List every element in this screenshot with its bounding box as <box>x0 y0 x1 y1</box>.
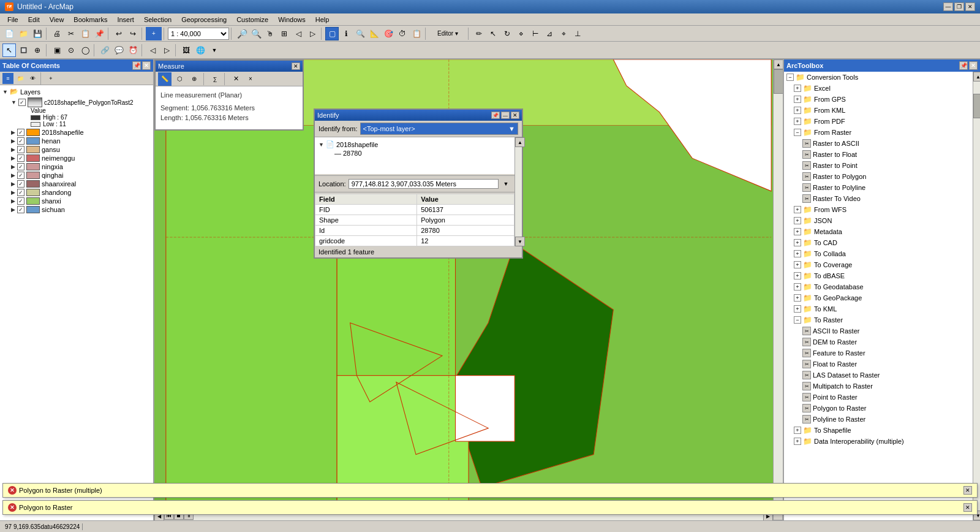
layer-2018-expand[interactable]: ▶ <box>11 129 15 135</box>
arrow-tool[interactable]: ↖ <box>2 44 16 57</box>
measure-feat-btn[interactable]: ⊕ <box>187 72 201 86</box>
down-arrow-btn[interactable]: ▼ <box>208 44 221 57</box>
vertex-tool[interactable]: ⋄ <box>514 27 528 40</box>
titlebar-controls[interactable]: — ❐ ✕ <box>943 2 975 11</box>
tree-ascii-to-raster[interactable]: ✂ ASCII to Raster <box>784 325 973 336</box>
tree-to-geopackage[interactable]: + 📁 To GeoPackage <box>784 292 973 303</box>
toolbox-close-button[interactable]: ✕ <box>969 61 978 70</box>
tree-polygon-to-raster[interactable]: ✂ Polygon to Raster <box>784 403 973 414</box>
to-raster-expand[interactable]: − <box>794 316 801 324</box>
time-slider-btn[interactable]: ⏰ <box>126 44 140 57</box>
identify-scroll-track[interactable] <box>515 147 522 237</box>
tree-raster-to-point[interactable]: ✂ Raster to Point <box>784 160 973 171</box>
menu-customize[interactable]: Customize <box>232 15 273 25</box>
metadata-expand[interactable]: + <box>794 228 801 235</box>
dbase-expand[interactable]: + <box>794 272 801 279</box>
time-button[interactable]: ⏱ <box>396 27 409 40</box>
tree-point-to-raster[interactable]: ✂ Point to Raster <box>784 392 973 403</box>
raster-checkbox[interactable]: ✓ <box>18 99 26 106</box>
tree-to-dbase[interactable]: + 📁 To dBASE <box>784 270 973 281</box>
tree-from-gps[interactable]: + 📁 From GPS <box>784 94 973 105</box>
find-button[interactable]: 🔍 <box>353 27 367 40</box>
tree-from-pdf[interactable]: + 📁 From PDF <box>784 116 973 127</box>
back-extent-button[interactable]: ◁ <box>292 27 305 40</box>
goto-xy-button[interactable]: 🎯 <box>382 27 395 40</box>
tree-json[interactable]: + 📁 JSON <box>784 215 973 226</box>
layer-qinghai-checkbox[interactable]: ✓ <box>17 172 24 179</box>
to-kml-expand[interactable]: + <box>794 305 801 313</box>
measure-line-btn[interactable]: 📏 <box>158 72 172 86</box>
toc-source-view[interactable]: 📁 <box>15 73 26 84</box>
raster-expand[interactable]: ▼ <box>11 99 17 105</box>
measure-area-btn[interactable]: ⬡ <box>173 72 186 86</box>
tree-multipatch-to-raster[interactable]: ✂ Multipatch to Raster <box>784 381 973 392</box>
geodatabase-expand[interactable]: + <box>794 283 801 291</box>
tree-polyline-to-raster[interactable]: ✂ Polyline to Raster <box>784 414 973 425</box>
identify-scroll-up[interactable]: ▲ <box>515 137 525 147</box>
menu-edit[interactable]: Edit <box>23 15 45 25</box>
minimize-button[interactable]: — <box>943 2 953 11</box>
identify-pin-btn[interactable]: 📌 <box>491 112 500 119</box>
toolbox-scrollbar[interactable]: ▲ ▼ <box>973 72 980 520</box>
tree-to-shapefile[interactable]: + 📁 To Shapefile <box>784 425 973 436</box>
tree-data-interop[interactable]: + 📁 Data Interoperability (multiple) <box>784 436 973 447</box>
mirror-tool[interactable]: ⊥ <box>571 27 584 40</box>
gps-expand[interactable]: + <box>794 96 801 103</box>
toc-visibility-view[interactable]: 👁 <box>27 73 38 84</box>
toc-body[interactable]: ▼ 📂 Layers ▼ ✓ c2018shapefile_PolygonToR… <box>0 85 153 520</box>
menu-file[interactable]: File <box>2 15 23 25</box>
tree-raster-to-polygon[interactable]: ✂ Raster to Polygon <box>784 171 973 182</box>
identify-min-btn[interactable]: — <box>501 112 510 119</box>
pan-button[interactable]: 🖱 <box>263 27 277 40</box>
measure-clear-btn[interactable]: ✕ <box>229 72 243 86</box>
tree-to-cad[interactable]: + 📁 To CAD <box>784 237 973 248</box>
rotate-tool[interactable]: ↻ <box>500 27 514 40</box>
interop-expand[interactable]: + <box>794 438 801 445</box>
extent-prev-btn[interactable]: ◁ <box>146 44 159 57</box>
toc-list-view[interactable]: ≡ <box>2 73 13 84</box>
layer-2018-checkbox[interactable]: ✓ <box>17 129 24 136</box>
measure-button[interactable]: 📐 <box>368 27 381 40</box>
layer-gansu-checkbox[interactable]: ✓ <box>17 146 24 153</box>
tree-from-raster[interactable]: − 📁 From Raster <box>784 127 973 138</box>
layer-shaanxi-expand[interactable]: ▶ <box>11 181 15 187</box>
layer-sichuan-checkbox[interactable]: ✓ <box>17 206 24 213</box>
sel-rect-btn[interactable]: ▣ <box>50 44 64 57</box>
layer-henan-checkbox[interactable]: ✓ <box>17 137 24 145</box>
menu-view[interactable]: View <box>45 15 69 25</box>
hyperlink-btn[interactable]: 🔗 <box>98 44 111 57</box>
tree-from-kml[interactable]: + 📁 From KML <box>784 105 973 116</box>
sel-circle-btn[interactable]: ◯ <box>78 44 92 57</box>
toc-pin-button[interactable]: 📌 <box>132 61 141 70</box>
layer-shaanxi-checkbox[interactable]: ✓ <box>17 180 24 188</box>
html-popup-btn[interactable]: 💬 <box>112 44 126 57</box>
toc-controls[interactable]: 📌 ✕ <box>132 61 151 70</box>
table-button[interactable]: 📋 <box>410 27 423 40</box>
toast2-close-button[interactable]: ✕ <box>963 503 972 512</box>
conversion-expand[interactable]: − <box>786 74 794 81</box>
measure-close-button[interactable]: ✕ <box>292 63 300 70</box>
layer-qinghai-expand[interactable]: ▶ <box>11 172 15 178</box>
tree-excel[interactable]: + 📁 Excel <box>784 83 973 94</box>
measure-units-btn[interactable]: ∑ <box>208 72 222 86</box>
layer-shandong-expand[interactable]: ▶ <box>11 189 15 196</box>
map-area[interactable]: Measure ✕ 📏 ⬡ ⊕ ∑ ✕ × Line measurement (… <box>154 59 783 520</box>
map-vscroll[interactable]: ▲ ▼ <box>773 59 783 511</box>
identify-button[interactable]: ℹ <box>339 27 353 40</box>
map-vscroll-up[interactable]: ▲ <box>774 59 783 69</box>
menu-windows[interactable]: Windows <box>273 15 311 25</box>
close-button[interactable]: ✕ <box>965 2 975 11</box>
toast1-close-button[interactable]: ✕ <box>963 486 972 495</box>
identify-scroll-down[interactable]: ▼ <box>515 237 525 246</box>
scale-dropdown[interactable]: 1 : 40,000 <box>168 28 229 40</box>
coverage-expand[interactable]: + <box>794 261 801 268</box>
imagery-btn[interactable]: 🖼 <box>179 44 193 57</box>
tree-to-geodatabase[interactable]: + 📁 To Geodatabase <box>784 281 973 292</box>
layer-ningxia-checkbox[interactable]: ✓ <box>17 163 24 170</box>
tree-expand-arrow[interactable]: ▼ <box>318 142 324 148</box>
identify-loc-btn[interactable]: ▼ <box>501 179 511 189</box>
sel-lasso-btn[interactable]: ⊙ <box>64 44 78 57</box>
from-raster-expand[interactable]: − <box>794 129 801 136</box>
map-vscroll-thumb[interactable] <box>774 69 783 94</box>
pdf-expand[interactable]: + <box>794 118 801 125</box>
